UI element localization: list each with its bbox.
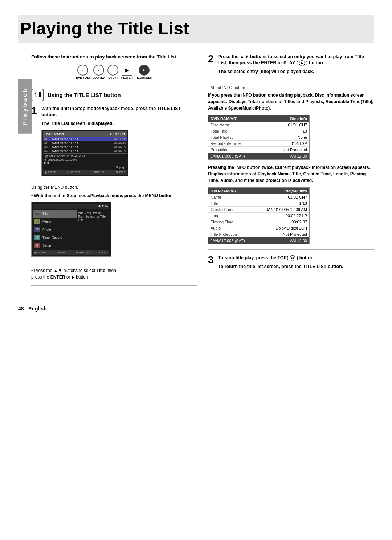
- protection-row: Protection Not Protected: [208, 147, 309, 153]
- press-buttons-1: • Press the ▲▼ buttons to select Title, …: [31, 267, 197, 280]
- menu-section: Using the MENU button. • With the unit i…: [31, 184, 197, 257]
- divider-1: [31, 262, 197, 262]
- step-2: 2 Press the ▲▼ buttons to select an entr…: [208, 54, 374, 77]
- playing-time-row: Playing Time 00:02:07: [208, 219, 309, 225]
- total-playlist-row: Total Playlist None: [208, 134, 309, 141]
- step-2-text2: The selected entry (title) will be playe…: [218, 69, 374, 75]
- name-row: Name 01/01 CH7: [208, 194, 309, 200]
- dvd-ram-icon: ● DVD-RAM: [76, 65, 90, 80]
- title-list-section: 🎞 Using the TITLE LIST button: [31, 85, 197, 101]
- menu-label: Using the MENU button.: [31, 184, 197, 191]
- title-list-screen: DVD-RAM/VR ❖ Title List 01 JAN/19/2005 1…: [41, 130, 128, 176]
- page-wrapper: Playing the Title List Playback Follow t…: [18, 15, 374, 312]
- length-row: Length 00:02:27 LP: [208, 213, 309, 219]
- total-title-row: Total Title 13: [208, 128, 309, 134]
- step-1-text2: The Title List screen is displayed.: [41, 121, 197, 127]
- about-info-section: - About INFO button - If you press the I…: [208, 85, 374, 160]
- divider-2: [31, 285, 197, 286]
- step-2-number: 2: [208, 54, 216, 77]
- audio-row: Audio Dolby Digital 2CH: [208, 225, 309, 231]
- title-list-icon: 🎞: [31, 89, 44, 101]
- disc-name-row: Disc Name 01/01 CH7: [208, 122, 309, 128]
- step-3: 3 To stop title play, press the TOP( ⊙ )…: [208, 255, 374, 272]
- step-3-number: 3: [208, 255, 216, 272]
- created-time-row: Created Time JAN/01/2005 12:39 AM: [208, 207, 309, 213]
- sidebar-playback-tab: Playback: [18, 79, 32, 134]
- intro-text: Follow these instructions to play back a…: [31, 54, 197, 60]
- playing-info-table: DVD-RAM(VR) Playing Info Name 01/01 CH7 …: [208, 187, 310, 244]
- about-info-label: - About INFO button -: [208, 85, 374, 90]
- page-title: Playing the Title List: [18, 15, 374, 43]
- title-list-label: Using the TITLE LIST button: [48, 92, 121, 98]
- title-protection-row: Title Protection Not Protected: [208, 231, 309, 237]
- step-1-text: With the unit in Stop mode/Playback mode…: [41, 106, 197, 118]
- player-icon: ▶ PLAYER: [121, 65, 133, 80]
- page-number: 48 - English: [18, 302, 374, 312]
- title-row: Title 1/13: [208, 200, 309, 207]
- right-column: 2 Press the ▲▼ buttons to select an entr…: [208, 54, 374, 291]
- playing-info-text: Pressing the INFO button twice, Current …: [208, 164, 374, 184]
- divider-4: [208, 249, 374, 250]
- playing-info-section: Pressing the INFO button twice, Current …: [208, 164, 374, 244]
- play-button-icon: ▶: [299, 60, 305, 66]
- menu-screen: ❖ Title 🎬 Title 🎵 Music: [31, 202, 111, 257]
- divider-5: [208, 277, 374, 277]
- menu-bullet: • With the unit in Stop mode/Playback mo…: [31, 193, 197, 199]
- dvd-icons-row: ● DVD-RAM ● DVD-RW ● DVD-R ▶ PLAYER: [31, 65, 197, 80]
- step-3-text: To stop title play, press the TOP( ⊙ ) b…: [218, 255, 374, 261]
- dvd-r-icon: ● DVD-R: [107, 65, 118, 80]
- divider-3: [208, 82, 374, 82]
- dvd-rw-icon: ● DVD-RW: [93, 65, 105, 80]
- step-1-number: 1: [31, 106, 39, 180]
- step-2-text: Press the ▲▼ buttons to select an entry …: [218, 54, 374, 66]
- disc-info-table: DVD-RAM(VR) Disc Info Disc Name 01/01 CH…: [208, 115, 310, 160]
- step-1: 1 With the unit in Stop mode/Playback mo…: [31, 106, 197, 180]
- recordable-time-row: Recordable Time 01:48 SP: [208, 141, 309, 147]
- step-3-text2: To return the title list screen, press t…: [218, 264, 374, 270]
- top-button-icon: ⊙: [290, 255, 295, 261]
- left-column: Follow these instructions to play back a…: [31, 54, 197, 291]
- about-info-text: If you press the INFO button once during…: [208, 92, 374, 111]
- recorder-icon: ● RECORDER: [136, 65, 152, 80]
